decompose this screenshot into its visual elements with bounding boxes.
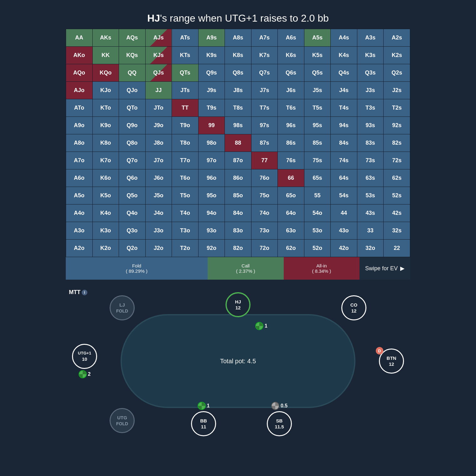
grid-cell[interactable]: 75s (304, 152, 331, 169)
grid-cell[interactable]: 94s (331, 117, 357, 134)
grid-cell[interactable]: 86s (278, 134, 304, 152)
grid-cell[interactable]: AQo (66, 64, 93, 82)
grid-cell[interactable]: 65o (278, 187, 304, 204)
grid-cell[interactable]: 93o (198, 222, 225, 240)
grid-cell[interactable]: KTo (92, 99, 119, 117)
grid-cell[interactable]: 92o (198, 240, 225, 257)
grid-cell[interactable]: QTo (119, 99, 146, 117)
grid-cell[interactable]: Q3s (357, 64, 384, 82)
grid-cell[interactable]: K3o (92, 222, 119, 240)
grid-cell[interactable]: QTs (172, 64, 199, 82)
grid-cell[interactable]: J2s (384, 82, 410, 99)
grid-cell[interactable]: Q8s (225, 64, 251, 82)
grid-cell[interactable]: T6s (278, 99, 304, 117)
grid-cell[interactable]: Q2o (119, 240, 146, 257)
grid-cell[interactable]: T3s (357, 99, 384, 117)
grid-cell[interactable]: 66 (278, 169, 304, 187)
grid-cell[interactable]: JTs (172, 82, 199, 99)
grid-cell[interactable]: T5s (304, 99, 331, 117)
grid-cell[interactable]: 95s (304, 117, 331, 134)
grid-cell[interactable]: 97o (198, 152, 225, 169)
grid-cell[interactable]: T4s (331, 99, 357, 117)
grid-cell[interactable]: K3s (357, 47, 384, 64)
grid-cell[interactable]: AJo (66, 82, 93, 99)
grid-cell[interactable]: A2s (384, 29, 410, 47)
grid-cell[interactable]: AQs (119, 29, 146, 47)
grid-cell[interactable]: A4o (66, 204, 93, 222)
grid-cell[interactable]: 76o (251, 169, 278, 187)
grid-cell[interactable]: J9o (145, 117, 172, 134)
grid-cell[interactable]: Q9s (198, 64, 225, 82)
grid-cell[interactable]: J4s (331, 82, 357, 99)
grid-cell[interactable]: T6o (172, 169, 199, 187)
grid-cell[interactable]: 42s (384, 204, 410, 222)
grid-cell[interactable]: A9o (66, 117, 93, 134)
grid-cell[interactable]: K8s (225, 47, 251, 64)
grid-cell[interactable]: 52s (384, 187, 410, 204)
grid-cell[interactable]: J7o (145, 152, 172, 169)
grid-cell[interactable]: Q6o (119, 169, 146, 187)
grid-cell[interactable]: QJo (119, 82, 146, 99)
grid-cell[interactable]: Q8o (119, 134, 146, 152)
grid-cell[interactable]: A4s (331, 29, 357, 47)
grid-cell[interactable]: A5s (304, 29, 331, 47)
grid-cell[interactable]: 99 (198, 117, 225, 134)
grid-cell[interactable]: K4o (92, 204, 119, 222)
grid-cell[interactable]: K6o (92, 169, 119, 187)
grid-cell[interactable]: 53s (357, 187, 384, 204)
grid-cell[interactable]: J8s (225, 82, 251, 99)
grid-cell[interactable]: 96o (198, 169, 225, 187)
grid-cell[interactable]: JJ (145, 82, 172, 99)
grid-cell[interactable]: J3s (357, 82, 384, 99)
grid-cell[interactable]: K6s (278, 47, 304, 64)
grid-cell[interactable]: 44 (331, 204, 357, 222)
grid-cell[interactable]: Q6s (278, 64, 304, 82)
grid-cell[interactable]: J9s (198, 82, 225, 99)
grid-cell[interactable]: QJs (145, 64, 172, 82)
grid-cell[interactable]: 72o (251, 240, 278, 257)
grid-cell[interactable]: A2o (66, 240, 93, 257)
grid-cell[interactable]: TT (172, 99, 199, 117)
grid-cell[interactable]: K9s (198, 47, 225, 64)
grid-cell[interactable]: 54s (331, 187, 357, 204)
grid-cell[interactable]: 55 (304, 187, 331, 204)
grid-cell[interactable]: A5o (66, 187, 93, 204)
grid-cell[interactable]: 85o (225, 187, 251, 204)
grid-cell[interactable]: 74s (331, 152, 357, 169)
grid-cell[interactable]: A6s (278, 29, 304, 47)
grid-cell[interactable]: 74o (251, 204, 278, 222)
grid-cell[interactable]: 84o (225, 204, 251, 222)
grid-cell[interactable]: T8o (172, 134, 199, 152)
grid-cell[interactable]: KTs (172, 47, 199, 64)
grid-cell[interactable]: K5o (92, 187, 119, 204)
grid-cell[interactable]: QQ (119, 64, 146, 82)
grid-cell[interactable]: 62o (278, 240, 304, 257)
grid-cell[interactable]: J4o (145, 204, 172, 222)
grid-cell[interactable]: AJs (145, 29, 172, 47)
grid-cell[interactable]: 94o (198, 204, 225, 222)
grid-cell[interactable]: 73s (357, 152, 384, 169)
grid-cell[interactable]: A9s (198, 29, 225, 47)
grid-cell[interactable]: 87s (251, 134, 278, 152)
grid-cell[interactable]: 84s (331, 134, 357, 152)
grid-cell[interactable]: J7s (251, 82, 278, 99)
grid-cell[interactable]: J5o (145, 187, 172, 204)
grid-cell[interactable]: A3o (66, 222, 93, 240)
grid-cell[interactable]: 82o (225, 240, 251, 257)
grid-cell[interactable]: 42o (331, 240, 357, 257)
grid-cell[interactable]: Q4o (119, 204, 146, 222)
grid-cell[interactable]: 93s (357, 117, 384, 134)
grid-cell[interactable]: 96s (278, 117, 304, 134)
grid-cell[interactable]: 54o (304, 204, 331, 222)
grid-cell[interactable]: T7o (172, 152, 199, 169)
grid-cell[interactable]: Q3o (119, 222, 146, 240)
info-icon[interactable]: i (82, 290, 87, 295)
grid-cell[interactable]: K8o (92, 134, 119, 152)
grid-cell[interactable]: K2o (92, 240, 119, 257)
grid-cell[interactable]: J3o (145, 222, 172, 240)
grid-cell[interactable]: T9s (198, 99, 225, 117)
grid-cell[interactable]: 83o (225, 222, 251, 240)
grid-cell[interactable]: 92s (384, 117, 410, 134)
grid-cell[interactable]: 88 (225, 134, 251, 152)
grid-cell[interactable]: 97s (251, 117, 278, 134)
